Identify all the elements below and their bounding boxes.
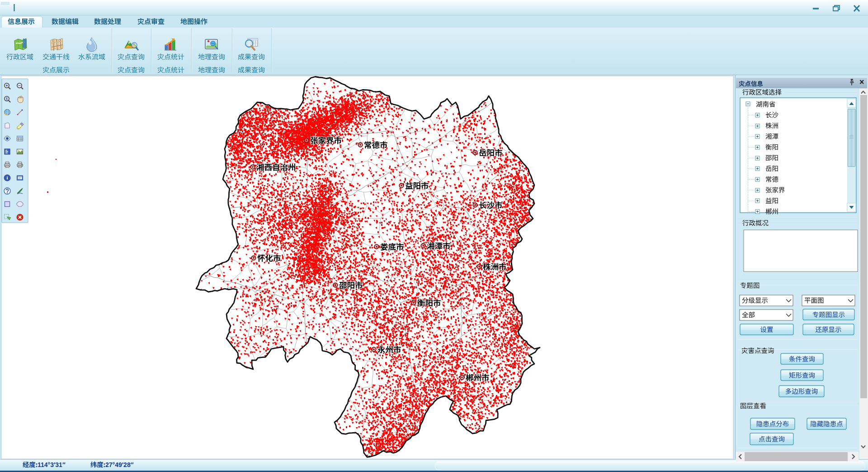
svg-text:114°3′31″: 114°3′31″ bbox=[38, 461, 66, 468]
svg-text:27°49′28″: 27°49′28″ bbox=[105, 461, 134, 468]
